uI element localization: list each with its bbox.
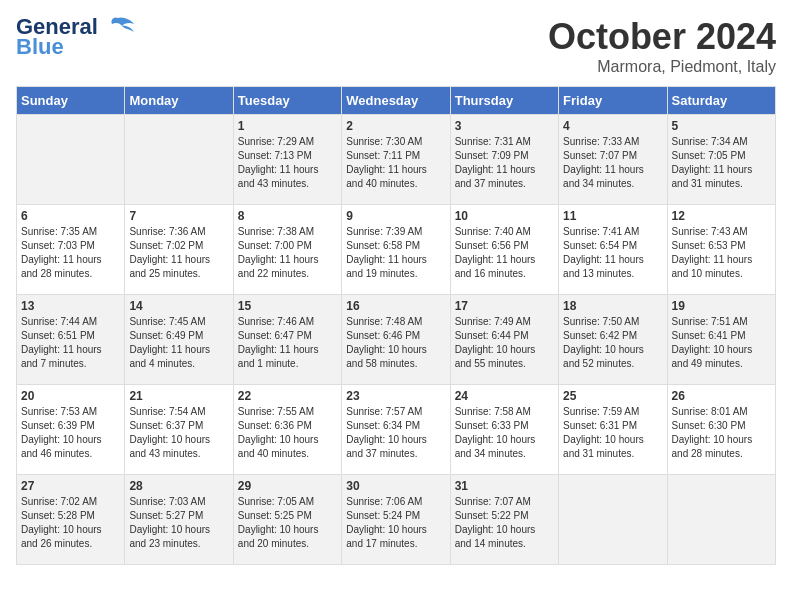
- day-number: 23: [346, 389, 445, 403]
- calendar-cell: 6Sunrise: 7:35 AM Sunset: 7:03 PM Daylig…: [17, 205, 125, 295]
- calendar-cell: 9Sunrise: 7:39 AM Sunset: 6:58 PM Daylig…: [342, 205, 450, 295]
- weekday-header-tuesday: Tuesday: [233, 87, 341, 115]
- day-info: Sunrise: 7:33 AM Sunset: 7:07 PM Dayligh…: [563, 135, 662, 191]
- calendar-cell: 27Sunrise: 7:02 AM Sunset: 5:28 PM Dayli…: [17, 475, 125, 565]
- calendar-week-row: 27Sunrise: 7:02 AM Sunset: 5:28 PM Dayli…: [17, 475, 776, 565]
- day-number: 5: [672, 119, 771, 133]
- day-info: Sunrise: 7:02 AM Sunset: 5:28 PM Dayligh…: [21, 495, 120, 551]
- weekday-header-monday: Monday: [125, 87, 233, 115]
- day-number: 4: [563, 119, 662, 133]
- calendar-week-row: 1Sunrise: 7:29 AM Sunset: 7:13 PM Daylig…: [17, 115, 776, 205]
- calendar-cell: 7Sunrise: 7:36 AM Sunset: 7:02 PM Daylig…: [125, 205, 233, 295]
- day-number: 30: [346, 479, 445, 493]
- day-info: Sunrise: 7:44 AM Sunset: 6:51 PM Dayligh…: [21, 315, 120, 371]
- day-number: 9: [346, 209, 445, 223]
- day-number: 6: [21, 209, 120, 223]
- day-info: Sunrise: 7:30 AM Sunset: 7:11 PM Dayligh…: [346, 135, 445, 191]
- day-info: Sunrise: 7:45 AM Sunset: 6:49 PM Dayligh…: [129, 315, 228, 371]
- day-info: Sunrise: 7:03 AM Sunset: 5:27 PM Dayligh…: [129, 495, 228, 551]
- day-info: Sunrise: 7:55 AM Sunset: 6:36 PM Dayligh…: [238, 405, 337, 461]
- day-info: Sunrise: 7:59 AM Sunset: 6:31 PM Dayligh…: [563, 405, 662, 461]
- calendar-cell: 20Sunrise: 7:53 AM Sunset: 6:39 PM Dayli…: [17, 385, 125, 475]
- calendar-table: SundayMondayTuesdayWednesdayThursdayFrid…: [16, 86, 776, 565]
- day-info: Sunrise: 7:51 AM Sunset: 6:41 PM Dayligh…: [672, 315, 771, 371]
- day-number: 31: [455, 479, 554, 493]
- calendar-cell: 22Sunrise: 7:55 AM Sunset: 6:36 PM Dayli…: [233, 385, 341, 475]
- calendar-cell: 3Sunrise: 7:31 AM Sunset: 7:09 PM Daylig…: [450, 115, 558, 205]
- day-info: Sunrise: 7:41 AM Sunset: 6:54 PM Dayligh…: [563, 225, 662, 281]
- day-number: 24: [455, 389, 554, 403]
- calendar-cell: 31Sunrise: 7:07 AM Sunset: 5:22 PM Dayli…: [450, 475, 558, 565]
- calendar-cell: 30Sunrise: 7:06 AM Sunset: 5:24 PM Dayli…: [342, 475, 450, 565]
- calendar-cell: 26Sunrise: 8:01 AM Sunset: 6:30 PM Dayli…: [667, 385, 775, 475]
- day-info: Sunrise: 7:48 AM Sunset: 6:46 PM Dayligh…: [346, 315, 445, 371]
- day-number: 3: [455, 119, 554, 133]
- calendar-cell: 12Sunrise: 7:43 AM Sunset: 6:53 PM Dayli…: [667, 205, 775, 295]
- day-info: Sunrise: 7:31 AM Sunset: 7:09 PM Dayligh…: [455, 135, 554, 191]
- day-number: 10: [455, 209, 554, 223]
- calendar-cell: 24Sunrise: 7:58 AM Sunset: 6:33 PM Dayli…: [450, 385, 558, 475]
- calendar-week-row: 13Sunrise: 7:44 AM Sunset: 6:51 PM Dayli…: [17, 295, 776, 385]
- calendar-cell: [125, 115, 233, 205]
- calendar-cell: [17, 115, 125, 205]
- day-info: Sunrise: 7:49 AM Sunset: 6:44 PM Dayligh…: [455, 315, 554, 371]
- day-number: 27: [21, 479, 120, 493]
- day-info: Sunrise: 7:53 AM Sunset: 6:39 PM Dayligh…: [21, 405, 120, 461]
- calendar-week-row: 20Sunrise: 7:53 AM Sunset: 6:39 PM Dayli…: [17, 385, 776, 475]
- day-number: 26: [672, 389, 771, 403]
- calendar-cell: 4Sunrise: 7:33 AM Sunset: 7:07 PM Daylig…: [559, 115, 667, 205]
- day-info: Sunrise: 7:36 AM Sunset: 7:02 PM Dayligh…: [129, 225, 228, 281]
- logo-bird-icon: [102, 16, 134, 38]
- calendar-cell: 29Sunrise: 7:05 AM Sunset: 5:25 PM Dayli…: [233, 475, 341, 565]
- logo-blue-text: Blue: [16, 36, 64, 58]
- day-number: 7: [129, 209, 228, 223]
- day-number: 28: [129, 479, 228, 493]
- day-info: Sunrise: 8:01 AM Sunset: 6:30 PM Dayligh…: [672, 405, 771, 461]
- weekday-header-friday: Friday: [559, 87, 667, 115]
- calendar-header-row: SundayMondayTuesdayWednesdayThursdayFrid…: [17, 87, 776, 115]
- day-info: Sunrise: 7:05 AM Sunset: 5:25 PM Dayligh…: [238, 495, 337, 551]
- day-info: Sunrise: 7:50 AM Sunset: 6:42 PM Dayligh…: [563, 315, 662, 371]
- weekday-header-thursday: Thursday: [450, 87, 558, 115]
- day-info: Sunrise: 7:35 AM Sunset: 7:03 PM Dayligh…: [21, 225, 120, 281]
- day-info: Sunrise: 7:07 AM Sunset: 5:22 PM Dayligh…: [455, 495, 554, 551]
- day-number: 21: [129, 389, 228, 403]
- day-info: Sunrise: 7:40 AM Sunset: 6:56 PM Dayligh…: [455, 225, 554, 281]
- month-title: October 2024: [548, 16, 776, 58]
- day-number: 12: [672, 209, 771, 223]
- calendar-cell: 15Sunrise: 7:46 AM Sunset: 6:47 PM Dayli…: [233, 295, 341, 385]
- calendar-cell: 25Sunrise: 7:59 AM Sunset: 6:31 PM Dayli…: [559, 385, 667, 475]
- page-header: General Blue October 2024 Marmora, Piedm…: [16, 16, 776, 76]
- calendar-cell: 13Sunrise: 7:44 AM Sunset: 6:51 PM Dayli…: [17, 295, 125, 385]
- weekday-header-saturday: Saturday: [667, 87, 775, 115]
- calendar-cell: 10Sunrise: 7:40 AM Sunset: 6:56 PM Dayli…: [450, 205, 558, 295]
- day-number: 13: [21, 299, 120, 313]
- day-number: 16: [346, 299, 445, 313]
- day-info: Sunrise: 7:06 AM Sunset: 5:24 PM Dayligh…: [346, 495, 445, 551]
- location-subtitle: Marmora, Piedmont, Italy: [548, 58, 776, 76]
- day-info: Sunrise: 7:46 AM Sunset: 6:47 PM Dayligh…: [238, 315, 337, 371]
- calendar-cell: 11Sunrise: 7:41 AM Sunset: 6:54 PM Dayli…: [559, 205, 667, 295]
- day-number: 25: [563, 389, 662, 403]
- day-number: 14: [129, 299, 228, 313]
- weekday-header-sunday: Sunday: [17, 87, 125, 115]
- calendar-cell: 8Sunrise: 7:38 AM Sunset: 7:00 PM Daylig…: [233, 205, 341, 295]
- logo: General Blue: [16, 16, 134, 58]
- calendar-cell: 1Sunrise: 7:29 AM Sunset: 7:13 PM Daylig…: [233, 115, 341, 205]
- day-number: 8: [238, 209, 337, 223]
- calendar-cell: 14Sunrise: 7:45 AM Sunset: 6:49 PM Dayli…: [125, 295, 233, 385]
- calendar-cell: 18Sunrise: 7:50 AM Sunset: 6:42 PM Dayli…: [559, 295, 667, 385]
- calendar-cell: 23Sunrise: 7:57 AM Sunset: 6:34 PM Dayli…: [342, 385, 450, 475]
- day-number: 15: [238, 299, 337, 313]
- day-number: 22: [238, 389, 337, 403]
- calendar-cell: 19Sunrise: 7:51 AM Sunset: 6:41 PM Dayli…: [667, 295, 775, 385]
- day-info: Sunrise: 7:43 AM Sunset: 6:53 PM Dayligh…: [672, 225, 771, 281]
- day-info: Sunrise: 7:29 AM Sunset: 7:13 PM Dayligh…: [238, 135, 337, 191]
- day-number: 11: [563, 209, 662, 223]
- calendar-week-row: 6Sunrise: 7:35 AM Sunset: 7:03 PM Daylig…: [17, 205, 776, 295]
- day-number: 19: [672, 299, 771, 313]
- calendar-cell: 16Sunrise: 7:48 AM Sunset: 6:46 PM Dayli…: [342, 295, 450, 385]
- calendar-cell: [559, 475, 667, 565]
- calendar-cell: [667, 475, 775, 565]
- day-number: 2: [346, 119, 445, 133]
